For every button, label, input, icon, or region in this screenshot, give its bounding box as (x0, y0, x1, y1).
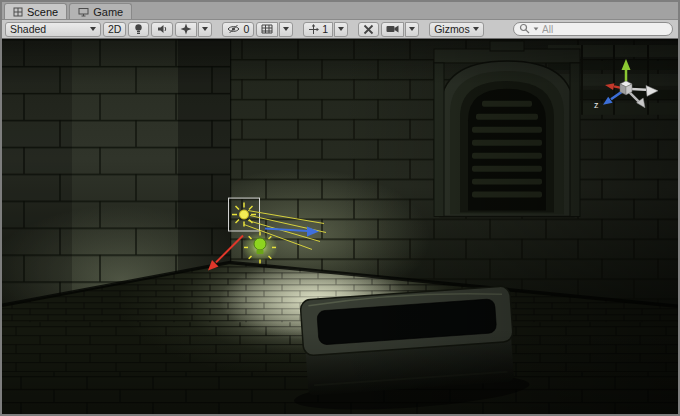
grid-visibility-button[interactable] (256, 22, 278, 37)
tab-strip: Scene Game (2, 2, 678, 20)
scene-effects-button[interactable] (175, 22, 197, 37)
snap-increment-value: 1 (322, 23, 328, 35)
magnifier-icon (519, 23, 530, 36)
sparkle-star-icon (180, 23, 192, 35)
dungeon-room (2, 39, 678, 414)
scene-effects-dropdown[interactable] (198, 22, 212, 37)
chevron-down-icon (283, 27, 289, 31)
chevron-down-icon (202, 27, 208, 31)
light-bulb-icon (133, 23, 144, 35)
scene-toolbar: Shaded 2D 0 (2, 20, 678, 39)
scene-viewport-wrap: z (2, 39, 678, 414)
camera-settings-dropdown[interactable] (405, 22, 419, 37)
chevron-down-icon (338, 27, 344, 31)
scene-tab-icon (13, 7, 23, 17)
speaker-icon (156, 23, 168, 35)
bulb-icon (254, 238, 266, 250)
crossed-tools-icon (363, 24, 374, 35)
search-filter-chevron-icon (534, 27, 539, 30)
chevron-down-icon (409, 27, 415, 31)
editor-tools-button[interactable] (358, 22, 379, 37)
tab-scene[interactable]: Scene (4, 3, 67, 19)
move-cross-icon (308, 24, 319, 35)
scene-lighting-button[interactable] (128, 22, 149, 37)
scene-viewport[interactable]: z (2, 39, 678, 414)
gizmos-label: Gizmos (434, 23, 470, 35)
eye-crossed-icon (227, 24, 240, 34)
scene-audio-button[interactable] (151, 22, 173, 37)
gizmo-center-cube[interactable] (620, 81, 632, 95)
toggle-2d-label: 2D (108, 23, 121, 35)
hidden-objects-count: 0 (243, 23, 249, 35)
game-tab-icon (78, 7, 89, 17)
tab-game-label: Game (93, 6, 123, 18)
grid-visibility-dropdown[interactable] (279, 22, 293, 37)
camera-icon (386, 24, 399, 34)
sun-icon (232, 203, 256, 227)
grid-icon (261, 24, 273, 34)
search-input[interactable] (542, 24, 674, 35)
gizmos-dropdown[interactable]: Gizmos (429, 22, 484, 37)
scene-view-window: Scene Game Shaded 2D (0, 0, 680, 416)
snap-increment-dropdown[interactable] (334, 22, 348, 37)
draw-mode-dropdown[interactable]: Shaded (5, 22, 101, 37)
scene-search-field[interactable] (513, 22, 673, 36)
axis-z-label: z (594, 100, 599, 110)
chevron-down-icon (90, 27, 96, 31)
snap-increment-button[interactable]: 1 (303, 22, 333, 37)
camera-settings-button[interactable] (381, 22, 404, 37)
chevron-down-icon (473, 27, 479, 31)
toggle-2d-button[interactable]: 2D (103, 22, 126, 37)
tab-game[interactable]: Game (69, 3, 132, 19)
scene-visibility-button[interactable]: 0 (222, 22, 254, 37)
tab-scene-label: Scene (27, 6, 58, 18)
draw-mode-label: Shaded (10, 23, 46, 35)
